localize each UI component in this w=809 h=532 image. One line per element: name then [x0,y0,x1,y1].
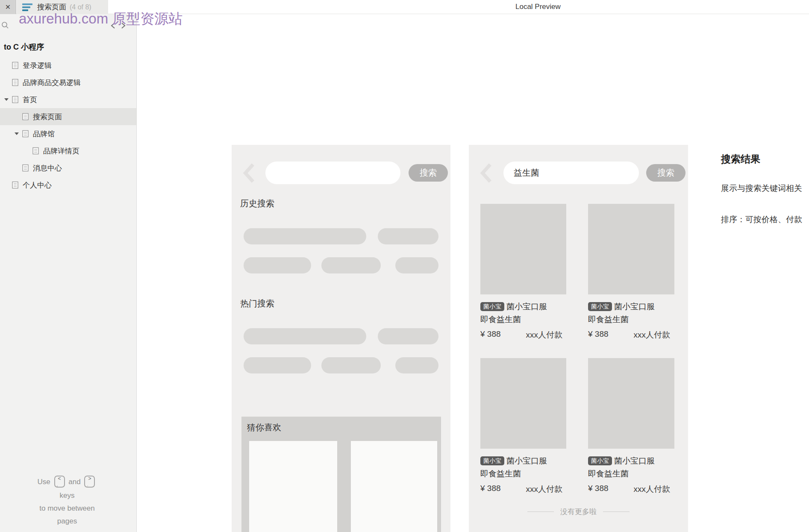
page-icon [22,130,29,138]
back-chevron-icon[interactable] [243,163,255,183]
brand-badge: 菌小宝 [588,456,612,465]
sidebar-item-label: 品牌详情页 [43,146,79,156]
wireframe-search-empty: 搜索 历史搜索 热门搜索 猜你喜欢 [232,145,450,532]
hot-pill [244,357,311,373]
product-card-2[interactable]: 菌小宝菌小宝口服即食益生菌¥ 388xxx人付款 [480,358,566,495]
sidebar-item-2[interactable]: 首页 [0,91,136,108]
hint-text: keys [14,489,121,502]
notes-title: 搜索结果 [721,153,760,166]
page-icon [22,164,29,172]
history-pill [321,257,381,273]
page-icon [12,96,18,103]
divider-line [527,511,554,512]
sidebar-item-6[interactable]: 消息中心 [0,159,136,176]
sidebar-item-3[interactable]: 搜索页面 [0,108,136,125]
guess-item-placeholder [351,441,437,532]
page-icon [12,62,18,69]
product-title: 菌小宝菌小宝口服即食益生菌 [588,300,662,326]
history-pill [244,228,366,244]
product-price: ¥ 388 [588,329,609,341]
hint-text: Use [38,478,50,486]
sidebar-item-0[interactable]: 登录逻辑 [0,57,136,74]
guess-you-like-title: 猜你喜欢 [247,422,281,433]
search-button[interactable]: 搜索 [646,164,685,182]
hint-text: to move between [14,502,121,515]
guess-you-like-panel: 猜你喜欢 [241,417,441,532]
project-title: to C 小程序 [0,39,136,55]
product-card-3[interactable]: 菌小宝菌小宝口服即食益生菌¥ 388xxx人付款 [588,358,674,495]
product-image-placeholder [480,204,566,294]
search-input[interactable] [265,162,400,184]
hint-text: pages [14,515,121,528]
hint-text: and [68,478,80,486]
sidebar-item-label: 个人中心 [23,180,52,190]
page-icon [12,79,18,86]
product-title: 菌小宝菌小宝口服即食益生菌 [588,455,662,480]
search-button[interactable]: 搜索 [409,164,448,182]
brand-badge: 菌小宝 [480,456,504,465]
history-pill [395,257,438,273]
product-image-placeholder [480,358,566,449]
close-icon[interactable]: ✕ [0,0,16,14]
hot-pill [321,357,381,373]
product-paid-count: xxx人付款 [634,484,671,495]
product-image-placeholder [588,204,674,294]
comma-key-icon: <, [54,476,65,488]
page-icon [22,113,29,121]
sidebar: to C 小程序 登录逻辑品牌商品交易逻辑首页搜索页面品牌馆品牌详情页消息中心个… [0,14,137,532]
sidebar-item-label: 首页 [23,95,37,105]
brand-badge: 菌小宝 [480,302,504,311]
product-grid: 菌小宝菌小宝口服即食益生菌¥ 388xxx人付款菌小宝菌小宝口服即食益生菌¥ 3… [480,204,677,495]
notes-line: 展示与搜索关键词相关 [721,183,802,194]
search-icon[interactable] [1,21,9,29]
no-more-label: 没有更多啦 [560,507,597,517]
wireframe-search-results: 搜索 菌小宝菌小宝口服即食益生菌¥ 388xxx人付款菌小宝菌小宝口服即食益生菌… [469,145,688,532]
history-pill [244,257,311,273]
sidebar-item-1[interactable]: 品牌商品交易逻辑 [0,74,136,91]
back-chevron-icon[interactable] [480,163,492,183]
sidebar-item-label: 搜索页面 [33,112,62,122]
history-pill [378,228,438,244]
disclosure-triangle-icon[interactable] [4,98,12,101]
hot-pill [378,328,438,344]
guess-item-placeholder [249,441,337,532]
sidebar-item-label: 消息中心 [33,163,62,173]
product-card-0[interactable]: 菌小宝菌小宝口服即食益生菌¥ 388xxx人付款 [480,204,566,341]
sidebar-item-7[interactable]: 个人中心 [0,176,136,194]
product-paid-count: xxx人付款 [526,484,563,495]
product-title: 菌小宝菌小宝口服即食益生菌 [480,300,554,326]
search-input[interactable] [503,162,639,184]
brand-badge: 菌小宝 [588,302,612,311]
no-more-results: 没有更多啦 [469,507,688,517]
sidebar-item-4[interactable]: 品牌馆 [0,125,136,142]
hot-pill [244,328,366,344]
watermark-text: axurehub.com 原型资源站 [19,9,182,29]
product-price: ¥ 388 [588,484,609,495]
notes-line: 排序：可按价格、付款 [721,214,802,225]
local-preview-label: Local Preview [515,3,561,11]
period-key-icon: >. [84,476,95,488]
page-icon [12,181,18,189]
sidebar-item-label: 登录逻辑 [23,61,52,71]
disclosure-triangle-icon[interactable] [15,132,22,135]
sidebar-item-5[interactable]: 品牌详情页 [0,142,136,159]
sidebar-item-label: 品牌馆 [33,129,55,139]
product-card-1[interactable]: 菌小宝菌小宝口服即食益生菌¥ 388xxx人付款 [588,204,674,341]
product-paid-count: xxx人付款 [634,329,671,341]
divider-line [603,511,630,512]
product-image-placeholder [588,358,674,449]
hot-pill [395,357,438,373]
product-paid-count: xxx人付款 [526,329,563,341]
keyboard-hint: Use <, and >. keys to move between pages [14,476,121,528]
page-icon [32,147,39,155]
product-price: ¥ 388 [480,484,501,495]
hot-search-title: 热门搜索 [240,298,274,309]
history-search-title: 历史搜索 [240,198,274,209]
page-tree: to C 小程序 登录逻辑品牌商品交易逻辑首页搜索页面品牌馆品牌详情页消息中心个… [0,39,136,194]
sidebar-item-label: 品牌商品交易逻辑 [23,78,81,88]
product-price: ¥ 388 [480,329,501,341]
product-title: 菌小宝菌小宝口服即食益生菌 [480,455,554,480]
